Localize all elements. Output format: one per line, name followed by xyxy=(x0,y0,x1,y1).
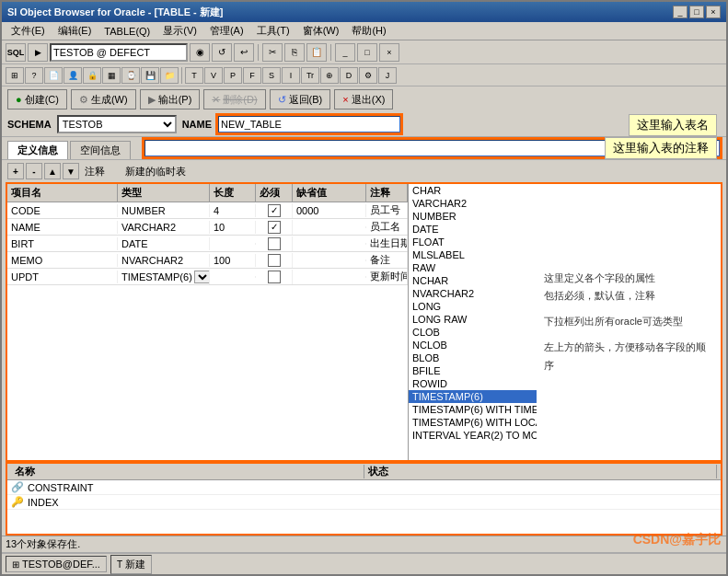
table-name-input[interactable] xyxy=(217,115,401,133)
tb2-btn8[interactable]: 💾 xyxy=(141,67,159,84)
move-down-button[interactable]: ▼ xyxy=(63,163,79,179)
taskbar-bottom: ⊞ TESTOB@DEF... T 新建 xyxy=(2,552,726,574)
taskbar-item-1[interactable]: ⊞ TESTOB@DEF... xyxy=(6,556,107,572)
tb2-btn11[interactable]: V xyxy=(204,67,223,84)
maximize-button[interactable]: □ xyxy=(689,6,704,18)
dropdown-item[interactable]: INTERVAL YEAR(2) TO MONTH xyxy=(409,429,537,442)
dropdown-item[interactable]: RAW xyxy=(409,261,537,274)
menu-table[interactable]: TABLE(Q) xyxy=(98,25,156,38)
table-row[interactable]: MEMO NVARCHAR2 100 备注 xyxy=(7,252,408,269)
menu-help[interactable]: 帮助(H) xyxy=(346,23,391,39)
schema-selector[interactable]: TESTOB xyxy=(57,115,177,133)
cell-type[interactable]: TIMESTAMP(6) ▼ xyxy=(118,270,210,284)
menu-file[interactable]: 文件(E) xyxy=(6,23,51,39)
cell-length: 10 xyxy=(210,221,256,234)
dropdown-item[interactable]: CHAR xyxy=(409,184,537,197)
dropdown-item[interactable]: LONG RAW xyxy=(409,313,537,326)
dropdown-item[interactable]: BFILE xyxy=(409,364,537,377)
db-selector-input[interactable] xyxy=(50,43,188,62)
dropdown-item[interactable]: TIMESTAMP(6) WITH TIME ZONE xyxy=(409,403,537,416)
toolbar-scissors-btn[interactable]: ✂ xyxy=(262,43,283,62)
move-up-button[interactable]: ▲ xyxy=(44,163,61,179)
table-row[interactable]: NAME VARCHAR2 10 员工名 xyxy=(7,219,408,236)
minimize-button[interactable]: _ xyxy=(673,6,688,18)
dropdown-item[interactable]: BLOB xyxy=(409,351,537,364)
col-headers: 项目名 类型 长度 必须 缺省值 注释 xyxy=(7,184,408,202)
tb2-btn6[interactable]: ▦ xyxy=(102,67,121,84)
dropdown-item[interactable]: NUMBER xyxy=(409,210,537,223)
dropdown-item[interactable]: TIMESTAMP(6) WITH LOCAL TIME ZONE xyxy=(409,416,537,429)
tb2-btn4[interactable]: 👤 xyxy=(64,67,82,84)
tb2-btn16[interactable]: Tr xyxy=(301,67,319,84)
create-button[interactable]: ● 创建(C) xyxy=(7,89,67,109)
toolbar-sql-btn[interactable]: SQL xyxy=(6,43,26,62)
back-button[interactable]: ↺ 返回(B) xyxy=(270,89,331,109)
dropdown-item[interactable]: TIMESTAMP(6) xyxy=(409,390,537,403)
tb2-btn5[interactable]: 🔒 xyxy=(83,67,101,84)
table-row[interactable]: CODE NUMBER 4 0000 员工号 xyxy=(7,202,408,219)
menu-window[interactable]: 窗体(W) xyxy=(297,23,345,39)
toolbar-btn-1[interactable]: ▶ xyxy=(28,43,48,62)
output-button[interactable]: ▶ 输出(P) xyxy=(140,89,201,109)
toolbar-refresh-btn[interactable]: ↺ xyxy=(212,43,232,62)
tb2-btn1[interactable]: ⊞ xyxy=(6,67,24,84)
toolbar-inner-max[interactable]: □ xyxy=(357,43,377,62)
tb2-btn2[interactable]: ? xyxy=(25,67,43,84)
tab-space[interactable]: 空间信息 xyxy=(70,141,131,159)
tb2-btn12[interactable]: P xyxy=(224,67,242,84)
remove-row-button[interactable]: - xyxy=(26,163,42,179)
taskbar-item-2[interactable]: T 新建 xyxy=(110,555,152,574)
table-row[interactable]: UPDT TIMESTAMP(6) ▼ 更新时间 xyxy=(7,269,408,285)
dropdown-item[interactable]: NVARCHAR2 xyxy=(409,287,537,300)
tb2-btn20[interactable]: J xyxy=(378,67,397,84)
tab-definition[interactable]: 定义信息 xyxy=(7,141,68,159)
tb2-btn13[interactable]: F xyxy=(243,67,261,84)
toolbar-circle-btn[interactable]: ◉ xyxy=(190,43,210,62)
status-bar: 13个对象保存住. xyxy=(2,536,726,552)
delete-button[interactable]: ✕ 删除(D) xyxy=(203,89,265,109)
cell-required[interactable] xyxy=(256,203,293,218)
dropdown-item[interactable]: NCLOB xyxy=(409,339,537,351)
cell-required[interactable] xyxy=(256,236,293,251)
list-item[interactable]: 🔑INDEX xyxy=(7,495,721,510)
close-button[interactable]: × xyxy=(706,6,721,18)
menu-view[interactable]: 显示(V) xyxy=(157,23,202,39)
table-row[interactable]: BIRT DATE 出生日期 xyxy=(7,236,408,252)
toolbar-inner-close[interactable]: × xyxy=(379,43,399,62)
menu-tools[interactable]: 工具(T) xyxy=(251,23,295,39)
dropdown-item[interactable]: LONG xyxy=(409,300,537,313)
create-icon: ● xyxy=(16,94,22,105)
toolbar-inner-min[interactable]: _ xyxy=(335,43,355,62)
cell-required[interactable] xyxy=(256,253,293,268)
tb2-btn3[interactable]: 📄 xyxy=(44,67,63,84)
tb2-btn15[interactable]: I xyxy=(282,67,300,84)
list-item[interactable]: 🔗CONSTRAINT xyxy=(7,480,721,495)
dropdown-item[interactable]: DATE xyxy=(409,223,537,236)
toolbar-copy-btn[interactable]: ⎘ xyxy=(284,43,305,62)
cell-required[interactable] xyxy=(256,220,293,235)
dropdown-item[interactable]: MLSLABEL xyxy=(409,248,537,261)
annotation-text: 这里定义各个字段的属性 包括必须，默认值，注释 下拉框列出所有oracle可选类… xyxy=(544,270,713,375)
menu-manage[interactable]: 管理(A) xyxy=(204,23,249,39)
dropdown-item[interactable]: NCHAR xyxy=(409,274,537,287)
toolbar-paste-btn[interactable]: 📋 xyxy=(306,43,327,62)
cell-required[interactable] xyxy=(256,270,293,284)
tb2-btn7[interactable]: ⌚ xyxy=(121,67,140,84)
dropdown-item[interactable]: FLOAT xyxy=(409,236,537,248)
tb2-btn18[interactable]: D xyxy=(340,67,358,84)
tb2-btn10[interactable]: T xyxy=(185,67,203,84)
tb2-btn17[interactable]: ⊕ xyxy=(320,67,339,84)
type-dropdown-panel: CHARVARCHAR2NUMBERDATEFLOATMLSLABELRAWNC… xyxy=(408,184,537,460)
tb2-btn9[interactable]: 📁 xyxy=(160,67,179,84)
add-row-button[interactable]: + xyxy=(7,163,24,179)
dropdown-item[interactable]: VARCHAR2 xyxy=(409,197,537,210)
cell-comment: 员工号 xyxy=(366,202,408,218)
menu-edit[interactable]: 编辑(E) xyxy=(52,23,98,39)
dropdown-item[interactable]: CLOB xyxy=(409,326,537,339)
toolbar-back-btn[interactable]: ↩ xyxy=(234,43,254,62)
tb2-btn14[interactable]: S xyxy=(262,67,281,84)
exit-button[interactable]: × 退出(X) xyxy=(334,89,393,109)
dropdown-item[interactable]: ROWID xyxy=(409,377,537,390)
tb2-btn19[interactable]: ⚙ xyxy=(359,67,377,84)
generate-button[interactable]: ⚙ 生成(W) xyxy=(71,89,136,109)
